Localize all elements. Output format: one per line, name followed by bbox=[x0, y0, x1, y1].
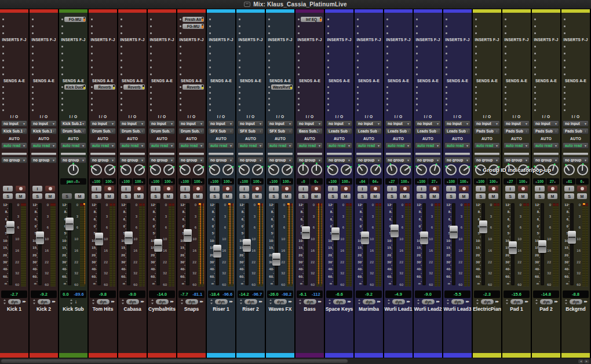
insert-slot[interactable] bbox=[30, 50, 58, 57]
dyn-view-button[interactable]: dyn bbox=[451, 299, 464, 304]
send-slot[interactable] bbox=[30, 101, 58, 107]
track-height-spinner[interactable] bbox=[269, 299, 272, 304]
insert-slot[interactable] bbox=[561, 64, 590, 71]
group-selector[interactable]: no group▾ bbox=[297, 157, 323, 163]
solo-button[interactable]: S bbox=[535, 193, 545, 199]
pan-right-display[interactable]: 100▸ bbox=[103, 178, 116, 185]
input-monitor-button[interactable]: I bbox=[417, 186, 426, 192]
pan-left-display[interactable]: ◂100 bbox=[415, 178, 428, 185]
track-height-spinner[interactable] bbox=[298, 299, 302, 304]
solo-button[interactable]: S bbox=[32, 193, 42, 199]
peak-display[interactable]: -98.2 bbox=[282, 292, 291, 297]
pan-knob-right[interactable] bbox=[488, 164, 499, 175]
insert-slot[interactable] bbox=[384, 30, 413, 36]
track-name[interactable]: Riser 2 bbox=[236, 305, 265, 312]
send-slot[interactable] bbox=[325, 84, 353, 90]
record-arm-button[interactable] bbox=[400, 186, 410, 192]
record-arm-button[interactable] bbox=[282, 186, 291, 192]
mute-button[interactable]: M bbox=[45, 193, 55, 199]
solo-button[interactable]: S bbox=[239, 193, 249, 199]
dyn-view-button[interactable]: dyn bbox=[126, 299, 139, 304]
group-id-indicator[interactable] bbox=[59, 152, 87, 156]
group-selector[interactable]: no group▾ bbox=[385, 157, 411, 163]
track-name[interactable]: Riser 1 bbox=[207, 305, 235, 312]
fader-flip-icon[interactable]: ▸▸ bbox=[52, 299, 55, 304]
send-slot[interactable] bbox=[502, 90, 531, 95]
send-slot[interactable] bbox=[236, 84, 265, 90]
pan-knob-left[interactable] bbox=[327, 164, 338, 175]
pan-knob-left[interactable] bbox=[564, 164, 575, 175]
send-slot[interactable] bbox=[177, 95, 206, 101]
input-monitor-button[interactable]: I bbox=[210, 186, 220, 192]
fader-flip-icon[interactable]: ▸▸ bbox=[23, 299, 25, 304]
insert-slot[interactable]: Fresh Air bbox=[177, 16, 206, 23]
pan-left-display[interactable]: ◂100 bbox=[267, 178, 280, 185]
insert-slot[interactable] bbox=[414, 71, 442, 78]
insert-slot[interactable] bbox=[148, 30, 176, 36]
input-selector[interactable]: no input▾ bbox=[31, 120, 57, 127]
insert-slot[interactable] bbox=[30, 23, 58, 30]
output-selector[interactable]: Leads Sub↑ bbox=[385, 128, 411, 134]
pan-left-display[interactable]: ◂27 bbox=[385, 178, 398, 185]
insert-plugin-button[interactable]: Fresh Air bbox=[183, 17, 204, 22]
insert-slot[interactable] bbox=[0, 23, 28, 30]
group-selector[interactable]: no group▾ bbox=[119, 157, 145, 163]
pan-right-display[interactable]: 100▸ bbox=[192, 178, 205, 185]
pan-knob-left[interactable] bbox=[121, 164, 132, 175]
send-slot[interactable] bbox=[207, 107, 235, 113]
insert-slot[interactable] bbox=[118, 57, 147, 64]
clip-indicator[interactable] bbox=[228, 203, 231, 205]
pan-knob-right[interactable] bbox=[341, 164, 352, 175]
record-arm-button[interactable] bbox=[252, 186, 262, 192]
send-slot[interactable] bbox=[30, 95, 58, 101]
group-id-indicator[interactable] bbox=[89, 152, 117, 156]
send-slot[interactable] bbox=[177, 90, 206, 95]
volume-display[interactable]: -6.1-112 bbox=[297, 291, 323, 298]
insert-slot[interactable] bbox=[502, 43, 531, 50]
send-slot[interactable] bbox=[561, 101, 590, 107]
send-slot[interactable] bbox=[414, 107, 442, 113]
insert-slot[interactable] bbox=[325, 57, 353, 64]
send-button[interactable]: WavsRvrb bbox=[271, 84, 293, 90]
automation-mode-selector[interactable]: auto read▾ bbox=[149, 142, 175, 149]
insert-slot[interactable] bbox=[502, 57, 531, 64]
automation-mode-selector[interactable]: auto read▾ bbox=[504, 142, 530, 149]
insert-slot[interactable] bbox=[414, 50, 442, 57]
send-slot[interactable] bbox=[59, 107, 87, 113]
insert-slot[interactable] bbox=[148, 50, 176, 57]
insert-slot[interactable] bbox=[118, 50, 147, 57]
mute-button[interactable]: M bbox=[16, 193, 25, 199]
input-selector[interactable]: no input▾ bbox=[533, 120, 559, 127]
insert-slot[interactable] bbox=[355, 43, 383, 50]
insert-slot[interactable] bbox=[148, 23, 176, 30]
send-slot[interactable] bbox=[325, 90, 353, 95]
volume-display[interactable]: -14.8 bbox=[533, 291, 559, 298]
send-slot[interactable] bbox=[296, 84, 324, 90]
insert-slot[interactable] bbox=[414, 30, 442, 36]
peak-display[interactable]: -96.6 bbox=[222, 292, 232, 297]
send-slot[interactable] bbox=[384, 84, 413, 90]
send-slot[interactable] bbox=[118, 95, 147, 101]
fader-track[interactable] bbox=[481, 203, 485, 285]
input-selector[interactable]: no input▾ bbox=[415, 120, 441, 127]
insert-slot[interactable] bbox=[296, 23, 324, 30]
insert-slot[interactable] bbox=[30, 57, 58, 64]
fader-flip-icon[interactable]: ▸▸ bbox=[584, 299, 587, 304]
pan-left-display[interactable]: ◂100 bbox=[178, 178, 191, 185]
insert-slot[interactable] bbox=[0, 71, 28, 78]
send-slot[interactable] bbox=[266, 95, 294, 101]
input-selector[interactable]: no input▾ bbox=[238, 120, 264, 127]
send-slot[interactable] bbox=[384, 95, 413, 101]
horizontal-scrollbar[interactable]: ◂ ▸ bbox=[0, 358, 591, 364]
track-height-spinner[interactable] bbox=[446, 299, 450, 304]
mute-button[interactable]: M bbox=[518, 193, 528, 199]
pan-knob-left[interactable] bbox=[475, 164, 486, 175]
fader-flip-icon[interactable]: ▸▸ bbox=[466, 299, 469, 304]
fader-flip-icon[interactable]: ▸▸ bbox=[259, 299, 262, 304]
insert-slot[interactable] bbox=[89, 43, 117, 50]
track-name[interactable]: Marimba bbox=[355, 305, 383, 312]
pan-knob-left[interactable] bbox=[416, 164, 427, 175]
insert-slot[interactable] bbox=[532, 71, 560, 78]
insert-slot[interactable] bbox=[296, 64, 324, 71]
send-slot[interactable] bbox=[30, 90, 58, 95]
